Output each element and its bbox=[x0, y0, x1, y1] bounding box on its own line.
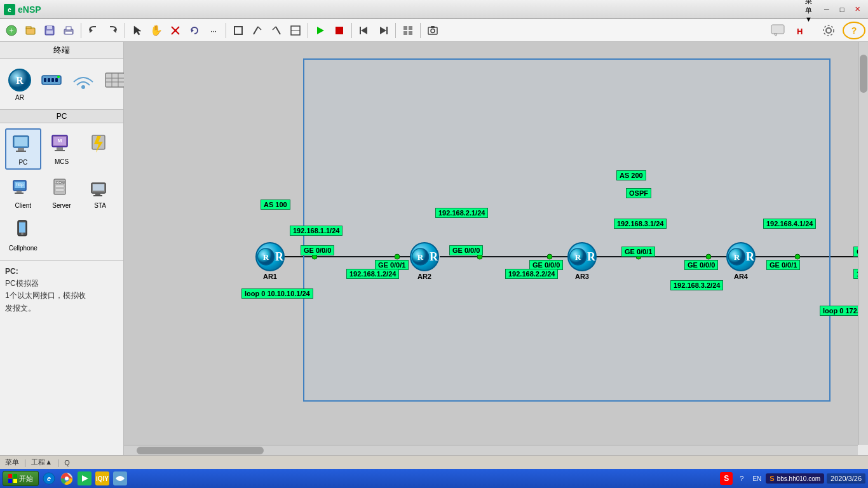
device-item-switch[interactable] bbox=[37, 64, 66, 104]
prev-button[interactable] bbox=[355, 22, 373, 39]
svg-rect-65 bbox=[57, 147, 63, 150]
refresh-button[interactable] bbox=[186, 22, 203, 39]
ip-label-ar2-ge000: GE 0/0/0 bbox=[449, 245, 483, 255]
sidebar-title: 终端 bbox=[0, 42, 123, 59]
router-ar2[interactable]: R AR2 bbox=[410, 242, 439, 280]
chrome-icon[interactable] bbox=[59, 471, 74, 486]
open-button[interactable] bbox=[22, 22, 39, 39]
extra-app-icon[interactable] bbox=[112, 471, 128, 486]
app-icon[interactable]: iQIY bbox=[95, 471, 110, 486]
svg-rect-110 bbox=[8, 479, 12, 483]
undo-button[interactable] bbox=[85, 22, 102, 39]
help-button[interactable]: ? bbox=[843, 22, 865, 39]
device-item-power[interactable] bbox=[82, 128, 118, 170]
device-item-client[interactable]: http Client bbox=[5, 172, 41, 212]
router-ar2-icon: R bbox=[410, 242, 439, 271]
menu-button[interactable]: 菜单▼ bbox=[804, 3, 818, 17]
titlebar-controls: 菜单▼ ─ □ ✕ bbox=[804, 3, 864, 17]
svg-rect-60 bbox=[18, 148, 24, 151]
start-button[interactable]: 开始 bbox=[3, 471, 39, 486]
settings-button[interactable] bbox=[817, 22, 840, 39]
new-button[interactable]: + bbox=[3, 22, 20, 39]
hscrollbar-thumb[interactable] bbox=[137, 447, 264, 454]
s-icon[interactable]: S bbox=[720, 472, 733, 485]
status-item3[interactable]: Q bbox=[64, 459, 70, 466]
close-button[interactable]: ✕ bbox=[850, 3, 864, 17]
svg-text:R: R bbox=[734, 252, 740, 262]
router-ar2-label: AR2 bbox=[417, 273, 431, 280]
chat-button[interactable] bbox=[766, 22, 789, 39]
selection-box bbox=[303, 58, 831, 402]
print-button[interactable] bbox=[60, 22, 78, 39]
delete-button[interactable] bbox=[166, 22, 184, 39]
svg-point-43 bbox=[824, 25, 834, 36]
lang-icon[interactable]: EN bbox=[750, 472, 763, 485]
help-taskbar-icon[interactable]: ? bbox=[735, 472, 748, 485]
taskbar-right: S ? EN S bbs.hh010.com 2020/3/26 bbox=[720, 472, 865, 485]
device-item-wireless[interactable] bbox=[69, 64, 98, 104]
site-s: S bbox=[770, 475, 774, 482]
device-item-mcs[interactable]: M MCS bbox=[44, 128, 80, 170]
vscrollbar-thumb[interactable] bbox=[860, 55, 867, 93]
topology-button[interactable] bbox=[287, 22, 304, 39]
svg-rect-59 bbox=[15, 137, 27, 146]
router-ar4[interactable]: R AR4 bbox=[726, 242, 756, 280]
device-grid-pc: PC M MCS bbox=[0, 123, 123, 260]
svg-rect-35 bbox=[409, 31, 412, 35]
status-item2[interactable]: 工程▲ bbox=[31, 458, 52, 467]
link-in-button[interactable] bbox=[268, 22, 285, 39]
svg-marker-17 bbox=[191, 29, 194, 32]
sep1 bbox=[81, 23, 81, 38]
vertical-scrollbar[interactable] bbox=[858, 42, 868, 445]
desc-line2: 1个以太网接口，模拟收 bbox=[5, 290, 118, 302]
link-out-button[interactable] bbox=[248, 22, 266, 39]
svg-rect-84 bbox=[19, 222, 25, 233]
restore-button[interactable]: □ bbox=[835, 3, 849, 17]
horizontal-scrollbar[interactable] bbox=[124, 445, 858, 455]
svg-rect-80 bbox=[93, 184, 104, 191]
save-button[interactable] bbox=[41, 22, 58, 39]
device-label-pc: PC bbox=[18, 159, 27, 166]
start-all-button[interactable] bbox=[311, 22, 329, 39]
select-button[interactable] bbox=[128, 22, 146, 39]
next-button[interactable] bbox=[374, 22, 392, 39]
svg-rect-38 bbox=[431, 26, 435, 28]
svg-rect-50 bbox=[55, 78, 58, 82]
svg-point-51 bbox=[57, 76, 60, 78]
svg-marker-28 bbox=[361, 27, 367, 34]
device-label-server: Server bbox=[52, 202, 71, 209]
minimize-button[interactable]: ─ bbox=[820, 3, 834, 17]
svg-marker-12 bbox=[90, 28, 93, 33]
device-item-server[interactable]: .COM Server bbox=[44, 172, 80, 212]
huawei-button[interactable]: H bbox=[792, 22, 815, 39]
as100-label: AS 100 bbox=[261, 200, 290, 210]
device-item-cellphone[interactable]: Cellphone bbox=[5, 215, 41, 255]
media-icon[interactable] bbox=[77, 471, 92, 486]
ip-label-ar3-2: 192.168.3.2/24 bbox=[670, 280, 723, 290]
router-ar1[interactable]: R AR1 bbox=[255, 242, 285, 280]
svg-text:http: http bbox=[16, 182, 24, 187]
grid-button[interactable] bbox=[399, 22, 417, 39]
device-item-sta[interactable]: STA bbox=[82, 172, 118, 212]
ie-icon[interactable]: e bbox=[41, 471, 57, 486]
svg-rect-11 bbox=[65, 32, 72, 34]
redo-button[interactable] bbox=[104, 22, 121, 39]
device-item-router[interactable]: R AR bbox=[5, 64, 34, 104]
pan-button[interactable]: ✋ bbox=[147, 22, 165, 39]
canvas-area[interactable]: AS 100 AS 200 OSPF 192.168.1.1/24 GE 0/0… bbox=[124, 42, 868, 455]
device-item-pc[interactable]: PC bbox=[5, 128, 41, 170]
sep3 bbox=[226, 23, 226, 38]
rect-button[interactable] bbox=[229, 22, 247, 39]
router-ar4-label: AR4 bbox=[734, 273, 748, 280]
stop-all-button[interactable] bbox=[330, 22, 348, 39]
router-ar4-icon: R bbox=[726, 242, 756, 271]
svg-rect-7 bbox=[47, 26, 52, 29]
toolbar: + ✋ ··· bbox=[0, 19, 868, 42]
titlebar-left: e eNSP bbox=[4, 4, 41, 15]
status-item1[interactable]: 菜单 bbox=[5, 458, 19, 467]
router-ar3[interactable]: R AR3 bbox=[567, 242, 597, 280]
status-sep1: | bbox=[24, 458, 26, 467]
connect-button[interactable]: ··· bbox=[205, 22, 222, 39]
screenshot-button[interactable] bbox=[424, 22, 442, 39]
client-icon: http bbox=[10, 175, 36, 201]
